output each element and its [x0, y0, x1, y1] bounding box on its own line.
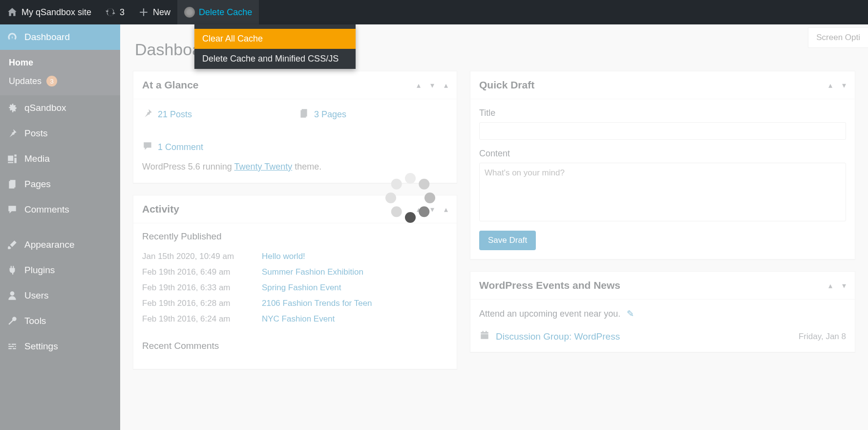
sidebar-item-media[interactable]: Media — [0, 146, 120, 172]
home-icon — [7, 7, 18, 18]
comment-icon — [142, 141, 153, 154]
recent-comments-title: Recent Comments — [142, 341, 448, 351]
event-date: Friday, Jan 8 — [799, 332, 846, 342]
at-a-glance-box: At a Glance ▴ ▾ ▴ 21 Posts — [133, 71, 457, 183]
site-name-link[interactable]: My qSandbox site — [0, 0, 98, 24]
loading-spinner — [383, 171, 437, 225]
glance-comments-link[interactable]: 1 Comment — [158, 142, 203, 152]
plug-icon — [7, 265, 18, 276]
sidebar-item-label: Users — [24, 290, 49, 301]
events-news-title: WordPress Events and News — [479, 280, 620, 291]
events-news-box: WordPress Events and News ▴ ▾ Attend an … — [470, 271, 855, 352]
save-draft-button[interactable]: Save Draft — [479, 231, 536, 250]
theme-link[interactable]: Twenty Twenty — [234, 162, 292, 172]
user-icon — [7, 290, 18, 301]
events-attend-text: Attend an upcoming event near you. ✎ — [479, 308, 846, 319]
event-link[interactable]: Discussion Group: WordPress — [496, 331, 620, 342]
sidebar-item-label: Posts — [24, 128, 48, 139]
delete-cache-label: Delete Cache — [199, 7, 252, 18]
plus-icon — [138, 7, 149, 18]
activity-item: Feb 19th 2016, 6:33 amSpring Fashion Eve… — [142, 280, 448, 296]
sidebar-item-plugins[interactable]: Plugins — [0, 258, 120, 283]
sidebar-item-pages[interactable]: Pages — [0, 172, 120, 197]
sidebar-item-label: qSandbox — [24, 103, 66, 113]
brush-icon — [7, 239, 18, 250]
glance-comments[interactable]: 1 Comment — [142, 141, 279, 154]
updates-link[interactable]: 3 — [98, 0, 131, 24]
move-down-icon[interactable]: ▾ — [842, 281, 846, 290]
activity-item: Feb 19th 2016, 6:28 am2106 Fashion Trend… — [142, 296, 448, 311]
activity-item: Feb 19th 2016, 6:24 amNYC Fashion Event — [142, 311, 448, 327]
move-up-icon[interactable]: ▴ — [828, 81, 832, 90]
glance-pages-link[interactable]: 3 Pages — [314, 109, 346, 120]
sidebar-item-tools[interactable]: Tools — [0, 308, 120, 334]
delete-cache-dropdown: Clear All Cache Delete Cache and Minifie… — [194, 24, 356, 69]
move-up-icon[interactable]: ▴ — [417, 81, 421, 90]
sidebar-item-posts[interactable]: Posts — [0, 121, 120, 146]
sidebar-sub-updates[interactable]: Updates 3 — [0, 72, 120, 90]
cache-plugin-icon — [184, 7, 195, 18]
update-icon — [105, 7, 116, 18]
qd-title-input[interactable] — [479, 122, 846, 140]
sidebar-item-label: Appearance — [24, 239, 74, 250]
main-content: Dashboard At a Glance ▴ ▾ ▴ — [120, 24, 868, 430]
gear-icon — [7, 103, 18, 113]
at-a-glance-title: At a Glance — [142, 79, 199, 91]
delete-cache-menu[interactable]: Delete Cache — [177, 0, 259, 24]
sidebar-item-label: Dashboard — [24, 32, 70, 43]
glance-pages[interactable]: 3 Pages — [298, 108, 435, 121]
activity-item: Feb 19th 2016, 6:49 amSummer Fashion Exh… — [142, 264, 448, 280]
post-link[interactable]: NYC Fashion Event — [262, 314, 335, 324]
dropdown-item-minified[interactable]: Delete Cache and Minified CSS/JS — [194, 49, 356, 69]
comment-icon — [7, 204, 18, 215]
quick-draft-box: Quick Draft ▴ ▾ Title Content Save Draft — [470, 71, 855, 259]
glance-posts-link[interactable]: 21 Posts — [158, 109, 192, 120]
sidebar-item-label: Tools — [24, 316, 46, 326]
sidebar-item-dashboard[interactable]: Dashboard — [0, 24, 120, 50]
sidebar-item-label: Media — [24, 153, 50, 164]
sidebar-item-label: Comments — [24, 204, 69, 215]
quick-draft-title: Quick Draft — [479, 79, 534, 91]
sidebar-item-users[interactable]: Users — [0, 283, 120, 308]
sidebar-item-qsandbox[interactable]: qSandbox — [0, 95, 120, 121]
post-link[interactable]: 2106 Fashion Trends for Teen — [262, 299, 372, 308]
sidebar-item-label: Settings — [24, 341, 58, 352]
post-link[interactable]: Hello world! — [262, 252, 305, 261]
qd-content-label: Content — [479, 149, 846, 159]
updates-badge: 3 — [46, 76, 57, 86]
sidebar-item-appearance[interactable]: Appearance — [0, 232, 120, 258]
move-up-icon[interactable]: ▴ — [828, 281, 832, 290]
move-down-icon[interactable]: ▾ — [842, 81, 846, 90]
pin-icon — [142, 108, 153, 121]
pages-icon — [298, 108, 309, 121]
sidebar-sub-home[interactable]: Home — [0, 54, 120, 72]
media-icon — [7, 153, 18, 164]
pin-icon — [7, 128, 18, 139]
wrench-icon — [7, 316, 18, 326]
wp-version-text: WordPress 5.6 running Twenty Twenty them… — [142, 162, 448, 172]
dropdown-item-clear-all[interactable]: Clear All Cache — [194, 29, 356, 49]
calendar-icon — [479, 330, 490, 343]
pages-icon — [7, 179, 18, 190]
toggle-icon[interactable]: ▴ — [444, 205, 448, 214]
toggle-icon[interactable]: ▴ — [444, 81, 448, 90]
sidebar-item-comments[interactable]: Comments — [0, 197, 120, 222]
sidebar-item-settings[interactable]: Settings — [0, 334, 120, 359]
recently-published-title: Recently Published — [142, 231, 448, 242]
activity-item: Jan 15th 2020, 10:49 amHello world! — [142, 249, 448, 264]
move-down-icon[interactable]: ▾ — [430, 81, 434, 90]
dashboard-icon — [7, 32, 18, 43]
post-link[interactable]: Summer Fashion Exhibition — [262, 267, 363, 277]
new-label: New — [153, 7, 170, 18]
post-link[interactable]: Spring Fashion Event — [262, 283, 341, 293]
dropdown-spacer — [194, 24, 356, 29]
glance-posts[interactable]: 21 Posts — [142, 108, 279, 121]
screen-options-button[interactable]: Screen Opti — [808, 27, 868, 48]
qd-content-input[interactable] — [479, 163, 846, 221]
sidebar-item-label: Plugins — [24, 265, 55, 276]
pencil-icon[interactable]: ✎ — [627, 309, 634, 319]
updates-count: 3 — [120, 7, 125, 18]
sidebar-separator — [0, 222, 120, 232]
new-link[interactable]: New — [131, 0, 177, 24]
site-name: My qSandbox site — [21, 7, 91, 18]
